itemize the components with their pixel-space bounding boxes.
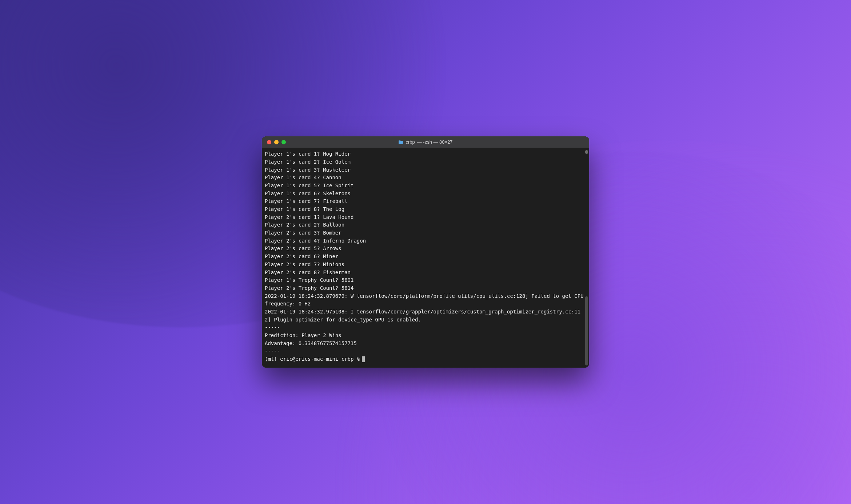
scrollbar-marker[interactable] — [585, 150, 588, 154]
traffic-lights — [267, 140, 286, 144]
shell-prompt: (ml) eric@erics-mac-mini crbp % — [265, 355, 360, 363]
window-title: crbp — -zsh — 80×27 — [398, 139, 452, 145]
cursor-block — [362, 356, 365, 362]
scrollbar-track[interactable] — [585, 150, 588, 365]
maximize-button[interactable] — [281, 140, 286, 144]
terminal-body[interactable]: Player 1's card 1? Hog Rider Player 1's … — [262, 148, 589, 368]
minimize-button[interactable] — [274, 140, 279, 144]
scrollbar-thumb[interactable] — [585, 296, 588, 365]
folder-icon — [398, 140, 403, 145]
window-title-folder: crbp — [405, 139, 415, 145]
terminal-output[interactable]: Player 1's card 1? Hog Rider Player 1's … — [265, 150, 586, 355]
prompt-line[interactable]: (ml) eric@erics-mac-mini crbp % — [265, 355, 586, 363]
titlebar[interactable]: crbp — -zsh — 80×27 — [262, 136, 589, 148]
close-button[interactable] — [267, 140, 271, 144]
terminal-window: crbp — -zsh — 80×27 Player 1's card 1? H… — [262, 136, 589, 368]
window-title-rest: — -zsh — 80×27 — [417, 139, 453, 145]
